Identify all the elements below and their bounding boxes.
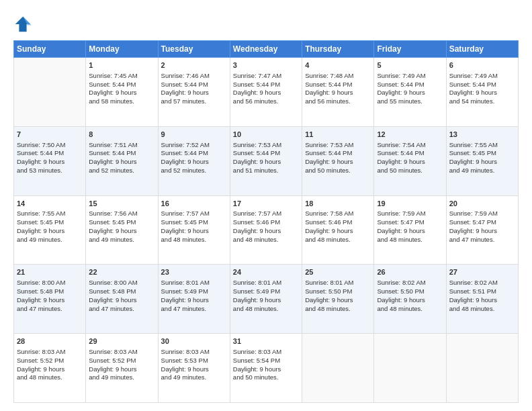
calendar-cell: [446, 334, 518, 403]
calendar-cell: [374, 334, 446, 403]
day-info-line: Daylight: 9 hours: [161, 365, 227, 374]
day-info-line: and 47 minutes.: [89, 305, 154, 314]
day-number: 12: [377, 130, 443, 140]
calendar-cell: 15Sunrise: 7:56 AMSunset: 5:45 PMDayligh…: [86, 195, 158, 265]
day-info-line: Sunset: 5:45 PM: [17, 218, 83, 227]
day-info-line: Sunrise: 8:01 AM: [161, 279, 227, 287]
day-number: 26: [377, 267, 443, 277]
day-info-line: Sunrise: 8:00 AM: [89, 279, 154, 287]
day-info-line: Daylight: 9 hours: [89, 365, 154, 374]
day-info-line: Sunset: 5:44 PM: [233, 149, 299, 158]
calendar-cell: 1Sunrise: 7:45 AMSunset: 5:44 PMDaylight…: [86, 58, 158, 127]
day-info-line: and 50 minutes.: [233, 373, 299, 382]
day-info-line: Sunrise: 8:02 AM: [377, 279, 443, 287]
day-info-line: Daylight: 9 hours: [449, 296, 515, 305]
calendar-cell: 22Sunrise: 8:00 AMSunset: 5:48 PMDayligh…: [86, 265, 158, 334]
day-info-line: Sunrise: 7:48 AM: [305, 72, 371, 81]
day-number: 30: [161, 336, 227, 347]
calendar-cell: 17Sunrise: 7:57 AMSunset: 5:46 PMDayligh…: [230, 195, 302, 265]
calendar-cell: 20Sunrise: 7:59 AMSunset: 5:47 PMDayligh…: [446, 195, 518, 265]
day-info-line: Daylight: 9 hours: [89, 227, 154, 236]
day-number: 27: [449, 267, 515, 277]
day-info-line: Sunset: 5:44 PM: [377, 149, 443, 158]
day-info-line: Sunset: 5:49 PM: [233, 287, 299, 296]
day-info-line: Sunrise: 7:57 AM: [161, 210, 227, 218]
day-info-line: and 49 minutes.: [161, 373, 227, 382]
calendar-cell: 2Sunrise: 7:46 AMSunset: 5:44 PMDaylight…: [158, 58, 230, 127]
day-number: 16: [161, 199, 227, 209]
calendar-cell: 16Sunrise: 7:57 AMSunset: 5:45 PMDayligh…: [158, 195, 230, 265]
day-info-line: Sunset: 5:46 PM: [305, 218, 371, 227]
day-info-line: Sunrise: 7:53 AM: [233, 141, 299, 150]
calendar-cell: 10Sunrise: 7:53 AMSunset: 5:44 PMDayligh…: [230, 126, 302, 195]
day-info-line: Sunset: 5:45 PM: [89, 218, 154, 227]
page: SundayMondayTuesdayWednesdayThursdayFrid…: [0, 0, 532, 411]
day-info-line: Daylight: 9 hours: [377, 89, 443, 97]
day-info-line: Sunset: 5:48 PM: [89, 287, 154, 296]
day-number: 15: [89, 199, 154, 209]
day-number: 23: [161, 267, 227, 277]
day-info-line: and 48 minutes.: [233, 236, 299, 244]
day-info-line: Sunrise: 7:50 AM: [17, 141, 83, 150]
day-info-line: Sunrise: 8:02 AM: [449, 279, 515, 287]
calendar-week-row: 1Sunrise: 7:45 AMSunset: 5:44 PMDaylight…: [14, 58, 519, 127]
day-info-line: and 48 minutes.: [305, 305, 371, 314]
calendar-cell: 18Sunrise: 7:58 AMSunset: 5:46 PMDayligh…: [302, 195, 374, 265]
day-info-line: Sunrise: 7:53 AM: [305, 141, 371, 150]
day-number: 13: [449, 130, 515, 140]
day-number: 11: [305, 130, 371, 140]
calendar-cell: 7Sunrise: 7:50 AMSunset: 5:44 PMDaylight…: [14, 126, 86, 195]
day-number: 1: [89, 60, 154, 71]
day-number: 31: [233, 336, 299, 347]
day-info-line: and 49 minutes.: [17, 236, 83, 244]
day-number: 8: [89, 130, 154, 140]
day-info-line: Sunset: 5:44 PM: [305, 149, 371, 158]
day-info-line: Sunrise: 7:51 AM: [89, 141, 154, 150]
day-info-line: Sunrise: 7:49 AM: [449, 72, 515, 81]
day-info-line: Sunset: 5:54 PM: [233, 357, 299, 365]
day-info-line: and 48 minutes.: [161, 236, 227, 244]
day-info-line: Sunrise: 8:03 AM: [89, 348, 154, 357]
day-info-line: Sunset: 5:44 PM: [161, 81, 227, 89]
day-info-line: Sunrise: 7:59 AM: [449, 210, 515, 218]
day-info-line: Daylight: 9 hours: [17, 296, 83, 305]
day-info-line: and 48 minutes.: [377, 236, 443, 244]
day-info-line: and 49 minutes.: [89, 236, 154, 244]
day-number: 7: [17, 130, 83, 140]
calendar-cell: 28Sunrise: 8:03 AMSunset: 5:52 PMDayligh…: [14, 334, 86, 403]
day-info-line: Daylight: 9 hours: [161, 158, 227, 167]
day-info-line: Sunset: 5:48 PM: [17, 287, 83, 296]
logo-icon: [13, 15, 32, 34]
day-info-line: Daylight: 9 hours: [161, 227, 227, 236]
calendar-cell: 29Sunrise: 8:03 AMSunset: 5:52 PMDayligh…: [86, 334, 158, 403]
day-info-line: and 58 minutes.: [89, 97, 154, 106]
day-info-line: Sunset: 5:45 PM: [161, 218, 227, 227]
day-info-line: and 49 minutes.: [89, 373, 154, 382]
day-info-line: and 53 minutes.: [17, 167, 83, 175]
calendar-cell: [302, 334, 374, 403]
day-info-line: and 47 minutes.: [17, 305, 83, 314]
day-info-line: Sunset: 5:50 PM: [305, 287, 371, 296]
calendar-week-row: 28Sunrise: 8:03 AMSunset: 5:52 PMDayligh…: [14, 334, 519, 403]
day-info-line: Daylight: 9 hours: [17, 365, 83, 374]
day-info-line: Sunrise: 7:55 AM: [17, 210, 83, 218]
day-info-line: Sunrise: 7:54 AM: [377, 141, 443, 150]
day-number: 3: [233, 60, 299, 71]
calendar-week-row: 14Sunrise: 7:55 AMSunset: 5:45 PMDayligh…: [14, 195, 519, 265]
day-info-line: Sunrise: 8:00 AM: [17, 279, 83, 287]
day-info-line: Sunrise: 7:52 AM: [161, 141, 227, 150]
day-number: 6: [449, 60, 515, 71]
day-info-line: Sunrise: 7:47 AM: [233, 72, 299, 81]
day-info-line: and 57 minutes.: [161, 97, 227, 106]
calendar-cell: 11Sunrise: 7:53 AMSunset: 5:44 PMDayligh…: [302, 126, 374, 195]
day-number: 5: [377, 60, 443, 71]
day-info-line: Daylight: 9 hours: [89, 158, 154, 167]
day-info-line: Daylight: 9 hours: [449, 227, 515, 236]
day-info-line: Sunset: 5:49 PM: [161, 287, 227, 296]
calendar-header-sunday: Sunday: [14, 41, 86, 58]
day-info-line: Daylight: 9 hours: [305, 227, 371, 236]
calendar-cell: 25Sunrise: 8:01 AMSunset: 5:50 PMDayligh…: [302, 265, 374, 334]
day-info-line: and 47 minutes.: [449, 236, 515, 244]
day-info-line: Daylight: 9 hours: [449, 158, 515, 167]
calendar-cell: 4Sunrise: 7:48 AMSunset: 5:44 PMDaylight…: [302, 58, 374, 127]
